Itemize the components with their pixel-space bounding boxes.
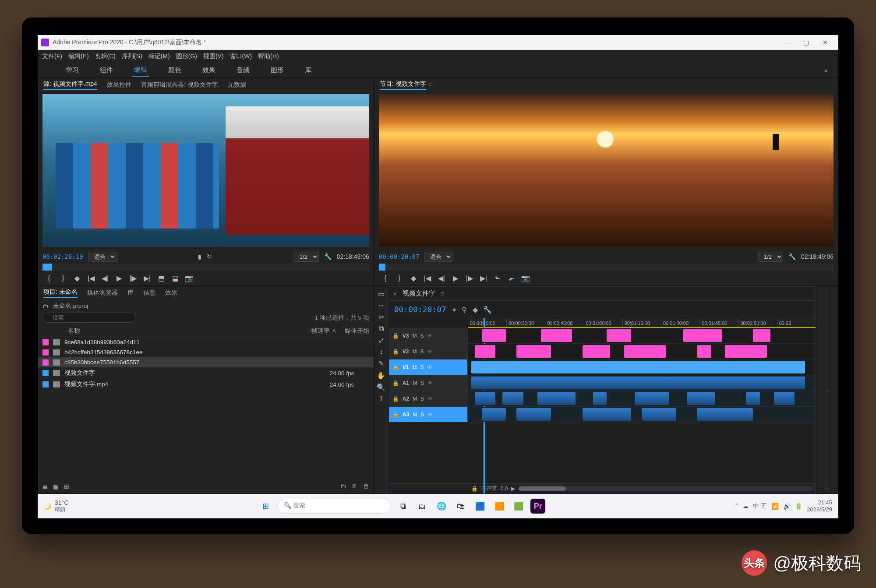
clip[interactable]	[774, 392, 795, 405]
track-header[interactable]: A1MS	[389, 375, 468, 391]
workspace-tab[interactable]: 组件	[98, 64, 115, 76]
solo-icon[interactable]: S	[420, 412, 424, 418]
workspace-tab[interactable]: 音频	[235, 64, 251, 76]
mark-out-icon[interactable]: }	[58, 274, 68, 282]
new-bin-icon[interactable]: 🗀	[340, 483, 346, 489]
clip[interactable]	[541, 329, 572, 342]
menu-item[interactable]: 视图(V)	[203, 53, 224, 60]
lock-icon[interactable]	[392, 396, 399, 402]
master-value[interactable]: 0.0	[501, 486, 508, 492]
play-icon[interactable]: ▶	[451, 274, 460, 282]
workspace-tab[interactable]: 颜色	[166, 64, 183, 76]
insert-icon[interactable]: ⬒	[156, 274, 166, 282]
lock-icon[interactable]	[392, 333, 399, 339]
project-row[interactable]: 9ce68a1d38b993b60a24d11	[38, 337, 374, 347]
project-breadcrumb[interactable]: 未命名.prproj	[53, 302, 88, 310]
loop-icon[interactable]: ↻	[207, 253, 212, 260]
lock-icon[interactable]	[392, 380, 399, 386]
track-header[interactable]: A3MS	[389, 407, 468, 422]
project-search-input[interactable]	[42, 313, 136, 323]
program-video[interactable]	[379, 94, 834, 247]
edge-icon[interactable]: 🌐	[434, 499, 449, 514]
clip[interactable]	[471, 361, 805, 373]
timeline-timecode[interactable]: 00:00:20:07	[394, 306, 446, 313]
maximize-button[interactable]: ▢	[796, 39, 816, 46]
track-lane[interactable]	[468, 359, 816, 375]
program-tab[interactable]: 节目: 视频文件字	[380, 80, 426, 90]
timeline-hscroll[interactable]	[519, 486, 812, 491]
project-row[interactable]: 视频文件字.mp424.00 fps	[38, 379, 374, 390]
new-item-icon[interactable]: 🗎	[352, 483, 358, 489]
tray-ime[interactable]: 中 五	[753, 502, 767, 510]
clip[interactable]	[746, 392, 760, 405]
clip[interactable]	[642, 408, 676, 421]
mark-in-icon[interactable]: {	[381, 274, 390, 282]
program-fit-select[interactable]: 适合	[424, 252, 452, 262]
program-ratio-select[interactable]: 1/2	[758, 252, 783, 262]
mute-icon[interactable]: M	[412, 333, 417, 339]
step-back-icon[interactable]: ◀|	[100, 274, 110, 282]
freeform-view-icon[interactable]: ⊞	[64, 483, 69, 490]
timeline-tool[interactable]: T	[379, 395, 383, 403]
clip[interactable]	[516, 345, 551, 358]
mute-icon[interactable]: M	[413, 380, 417, 386]
source-tab[interactable]: 音频剪辑混合器: 视频文件字	[141, 81, 218, 89]
col-fps[interactable]: 帧速率 ∧	[311, 327, 337, 335]
clip[interactable]	[583, 345, 611, 358]
marker-icon[interactable]: ◆	[473, 306, 478, 313]
workspace-tab[interactable]: 库	[303, 64, 313, 76]
tray-onedrive-icon[interactable]: ☁	[742, 503, 749, 510]
source-tab[interactable]: 源: 视频文件字.mp4	[43, 80, 97, 90]
menu-item[interactable]: 帮助(H)	[258, 53, 279, 60]
store-icon[interactable]: 🛍	[453, 499, 468, 514]
tray-battery-icon[interactable]: 🔋	[795, 503, 802, 510]
extract-icon[interactable]: ⬐	[507, 274, 516, 282]
go-in-icon[interactable]: |◀	[423, 274, 432, 282]
marker-icon[interactable]: ◆	[409, 274, 418, 282]
app-icon-3[interactable]: 🟩	[511, 499, 526, 514]
track-lane[interactable]	[468, 328, 816, 343]
taskbar-clock[interactable]: 21:45 2023/5/29	[807, 499, 832, 513]
list-view-icon[interactable]: ≣	[42, 483, 48, 490]
col-name[interactable]: 名称	[68, 327, 304, 335]
clip[interactable]	[624, 345, 666, 358]
task-view-icon[interactable]: ⧉	[396, 499, 410, 514]
project-tab[interactable]: 项目: 未命名	[43, 288, 78, 298]
sequence-close-icon[interactable]: ×	[393, 290, 397, 297]
play-icon[interactable]: ▶	[114, 274, 124, 282]
menu-item[interactable]: 序列(S)	[122, 53, 142, 60]
bin-icon[interactable]: 🗀	[42, 303, 49, 310]
clip[interactable]	[482, 408, 506, 421]
mute-icon[interactable]: M	[413, 396, 417, 402]
lock-icon[interactable]	[392, 349, 399, 355]
timeline-ruler[interactable]: 00:00:15:0000:00:30:0000:00:45:0000:01:0…	[468, 318, 816, 328]
clip[interactable]	[593, 392, 607, 405]
wrench-icon[interactable]: 🔧	[324, 253, 332, 260]
project-tab[interactable]: 信息	[143, 289, 155, 297]
menu-item[interactable]: 编辑(E)	[68, 53, 89, 60]
go-in-icon[interactable]: |◀	[86, 274, 96, 282]
timeline-tool[interactable]: ✎	[378, 359, 384, 368]
clip[interactable]	[753, 329, 770, 342]
project-row[interactable]: b42bcffeb315438636678c1ee	[38, 347, 374, 357]
project-row[interactable]: c95b30bbcee75591b6d5557	[38, 357, 374, 367]
clip[interactable]	[687, 392, 715, 405]
sequence-title[interactable]: 视频文件字	[403, 289, 435, 298]
tray-wifi-icon[interactable]: 📶	[771, 503, 779, 510]
solo-icon[interactable]: S	[420, 349, 424, 355]
snap-icon[interactable]: ⌖	[452, 306, 456, 313]
lock-icon[interactable]	[392, 364, 399, 370]
system-tray[interactable]: ˄ ☁ 中 五 📶 🔊 🔋 21:45 2023/5/29	[735, 499, 832, 513]
mute-icon[interactable]: M	[413, 412, 417, 418]
mute-icon[interactable]: M	[412, 364, 417, 370]
explorer-icon[interactable]: 🗂	[415, 499, 430, 514]
timeline-tool[interactable]: ▭	[378, 290, 385, 298]
go-out-icon[interactable]: ▶|	[142, 274, 152, 282]
timeline-tool[interactable]: ✋	[377, 371, 385, 380]
overwrite-icon[interactable]: ⬓	[170, 274, 180, 282]
clip[interactable]	[502, 392, 523, 405]
eye-icon[interactable]	[427, 349, 432, 355]
clip[interactable]	[683, 329, 721, 342]
mute-icon[interactable]: M	[412, 349, 417, 355]
marker-icon[interactable]: ◆	[72, 274, 82, 282]
